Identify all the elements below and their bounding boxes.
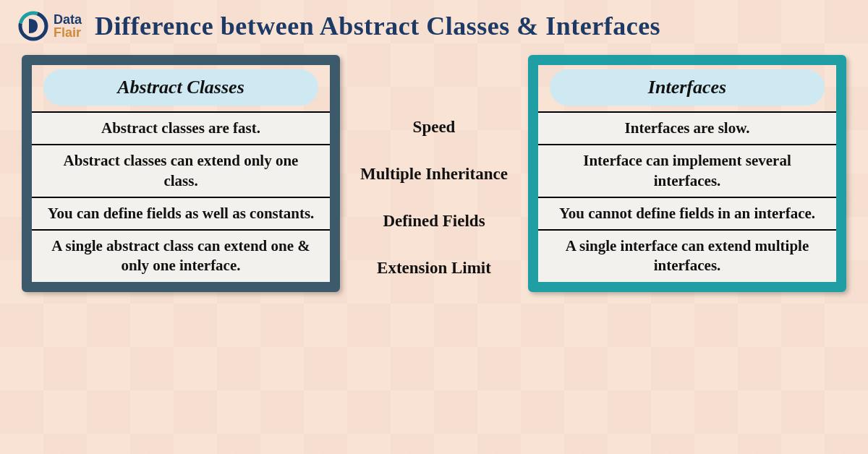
criterion-label: Speed <box>340 104 528 151</box>
criterion-label: Extension Limit <box>340 245 528 292</box>
criteria-column: Speed Multiple Inheritance Defined Field… <box>340 55 528 292</box>
abstract-classes-panel: Abstract Classes Abstract classes are fa… <box>22 55 340 292</box>
interfaces-title: Interfaces <box>550 69 825 106</box>
criterion-label: Multiple Inheritance <box>340 151 528 198</box>
header: Data Flair Difference between Abstract C… <box>0 0 868 48</box>
comparison-content: Abstract Classes Abstract classes are fa… <box>0 48 868 292</box>
page-title: Difference between Abstract Classes & In… <box>95 11 660 41</box>
abstract-row: You can define fields as well as constan… <box>32 197 330 229</box>
interface-row: A single interface can extend multiple i… <box>538 229 836 282</box>
interfaces-panel: Interfaces Interfaces are slow. Interfac… <box>528 55 846 292</box>
logo-text-bottom: Flair <box>54 26 82 39</box>
criterion-label: Defined Fields <box>340 198 528 245</box>
interface-row: Interfaces are slow. <box>538 111 836 144</box>
abstract-row: Abstract classes are fast. <box>32 111 330 144</box>
abstract-classes-rows: Abstract classes are fast. Abstract clas… <box>32 111 330 282</box>
abstract-row: A single abstract class can extend one &… <box>32 229 330 282</box>
interfaces-rows: Interfaces are slow. Interface can imple… <box>538 111 836 282</box>
logo-text: Data Flair <box>54 13 82 39</box>
logo: Data Flair <box>17 10 82 42</box>
dataflair-logo-icon <box>17 10 49 42</box>
abstract-classes-title: Abstract Classes <box>43 69 318 106</box>
interface-row: Interface can implement several interfac… <box>538 144 836 197</box>
logo-text-top: Data <box>54 13 82 26</box>
abstract-row: Abstract classes can extend only one cla… <box>32 144 330 197</box>
interface-row: You cannot define fields in an interface… <box>538 197 836 229</box>
